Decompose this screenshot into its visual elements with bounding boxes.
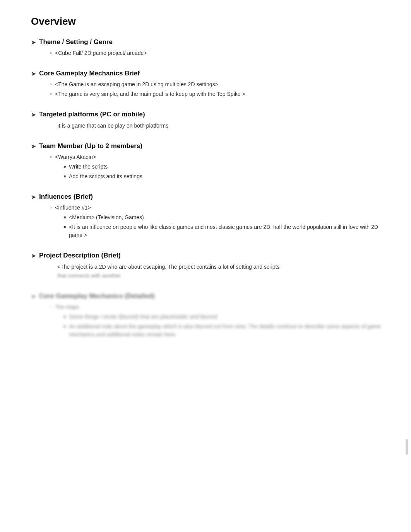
list-item: ○ <Influence #1> <box>50 204 388 212</box>
square-bullet-icon: ■ <box>63 174 66 178</box>
section-title-core: Core Gameplay Mechanics Brief <box>39 70 140 77</box>
section-title-theme: Theme / Setting / Genre <box>39 38 113 46</box>
section-team: ➤ Team Member (Up to 2 members) ○ <Warry… <box>31 142 388 181</box>
section-title-influences: Influences (Brief) <box>39 193 93 201</box>
team-task-2: Add the scripts and its settings <box>69 172 142 181</box>
sections-container: ➤ Theme / Setting / Genre ○ <Cube Fall/ … <box>31 38 388 339</box>
section-platforms: ➤ Targeted platforms (PC or mobile) It i… <box>31 111 388 130</box>
section-title-blurred: Core Gameplay Mechanics (Detailed) <box>39 292 155 300</box>
core-sub-list: ○ <The Game is an escaping game in 2D us… <box>50 80 388 98</box>
scrollbar[interactable] <box>406 439 408 455</box>
list-item: ■ <Medium> (Television, Games) <box>63 213 388 222</box>
page-title: Overview <box>31 15 388 27</box>
circle-bullet-icon: ○ <box>50 82 52 86</box>
section-core-gameplay: ➤ Core Gameplay Mechanics Brief ○ <The G… <box>31 70 388 98</box>
platforms-inline-text: It is a game that can be play on both pl… <box>57 121 388 130</box>
square-bullet-icon: ■ <box>63 164 66 169</box>
team-member-name: <Warrys Akadiri> <box>55 153 96 161</box>
arrow-icon-core: ➤ <box>31 70 36 77</box>
influences-sub-sub-list: ■ <Medium> (Television, Games) ■ <It is … <box>63 213 388 239</box>
section-title-project: Project Description (Brief) <box>39 252 121 259</box>
influence-medium: <Medium> (Television, Games) <box>69 213 144 222</box>
arrow-icon-blurred: ➤ <box>31 293 36 300</box>
blurred-sub-list: ○ The maps ■ Some things I wrote (blurre… <box>50 303 388 339</box>
theme-item-1: <Cube Fall/ 2D game project/ arcade> <box>55 49 147 57</box>
team-task-1: Write the scripts <box>69 163 108 171</box>
influences-sub-list: ○ <Influence #1> ■ <Medium> (Television,… <box>50 204 388 239</box>
square-bullet-icon: ■ <box>63 314 66 319</box>
team-sub-list: ○ <Warrys Akadiri> ■ Write the scripts ■… <box>50 153 388 181</box>
list-item: ○ The maps <box>50 303 388 311</box>
influence-detail: <It is an influence on people who like c… <box>69 223 388 239</box>
list-item: ○ <The Game is an escaping game in 2D us… <box>50 80 388 89</box>
team-sub-sub-list: ■ Write the scripts ■ Add the scripts an… <box>63 163 388 181</box>
influence-name: <Influence #1> <box>55 204 91 212</box>
core-item-1: <The Game is an escaping game in 2D usin… <box>55 80 218 89</box>
list-item: ■ <It is an influence on people who like… <box>63 223 388 239</box>
project-desc-blur: that connects with another. <box>57 273 122 279</box>
section-title-platforms: Targeted platforms (PC or mobile) <box>39 111 145 118</box>
section-title-team: Team Member (Up to 2 members) <box>39 142 142 150</box>
circle-bullet-icon: ○ <box>50 155 52 159</box>
project-desc-text: <The project is a 2D who are about escap… <box>57 264 279 270</box>
blurred-sub-item: The maps <box>55 303 79 311</box>
list-item: ○ <Cube Fall/ 2D game project/ arcade> <box>50 49 388 57</box>
section-theme: ➤ Theme / Setting / Genre ○ <Cube Fall/ … <box>31 38 388 57</box>
list-item: ■ An additional note about the gameplay … <box>63 322 388 339</box>
square-bullet-icon: ■ <box>63 225 66 229</box>
theme-sub-list: ○ <Cube Fall/ 2D game project/ arcade> <box>50 49 388 57</box>
core-item-2: <The game is very simple, and the main g… <box>55 90 245 98</box>
blurred-detail-2: An additional note about the gameplay wh… <box>69 322 388 339</box>
arrow-icon-platforms: ➤ <box>31 111 36 118</box>
blurred-sub-sub-list: ■ Some things I wrote (blurred) that are… <box>63 313 388 339</box>
section-project-desc: ➤ Project Description (Brief) <The proje… <box>31 252 388 280</box>
project-inline-text: <The project is a 2D who are about escap… <box>57 263 388 280</box>
arrow-icon-theme: ➤ <box>31 39 36 46</box>
arrow-icon-team: ➤ <box>31 143 36 150</box>
circle-bullet-icon: ○ <box>50 92 52 96</box>
square-bullet-icon: ■ <box>63 324 66 328</box>
circle-bullet-icon: ○ <box>50 305 52 309</box>
square-bullet-icon: ■ <box>63 215 66 219</box>
blurred-detail-1: Some things I wrote (blurred) that are p… <box>69 313 217 321</box>
list-item: ○ <The game is very simple, and the main… <box>50 90 388 98</box>
circle-bullet-icon: ○ <box>50 205 52 210</box>
list-item: ○ <Warrys Akadiri> <box>50 153 388 161</box>
circle-bullet-icon: ○ <box>50 51 52 55</box>
list-item: ■ Add the scripts and its settings <box>63 172 388 181</box>
section-influences: ➤ Influences (Brief) ○ <Influence #1> ■ … <box>31 193 388 239</box>
arrow-icon-project: ➤ <box>31 252 36 259</box>
list-item: ■ Some things I wrote (blurred) that are… <box>63 313 388 321</box>
arrow-icon-influences: ➤ <box>31 193 36 201</box>
list-item: ■ Write the scripts <box>63 163 388 171</box>
section-blurred: ➤ Core Gameplay Mechanics (Detailed) ○ T… <box>31 292 388 339</box>
